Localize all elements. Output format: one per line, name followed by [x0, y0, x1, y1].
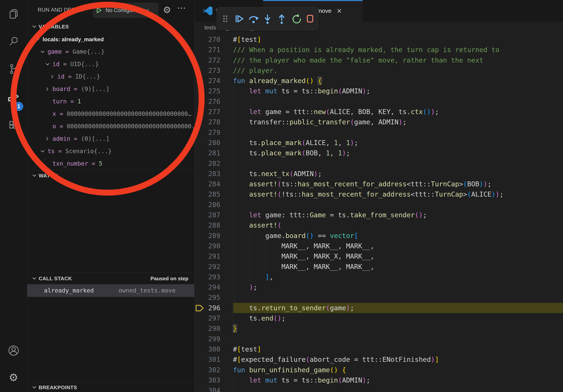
breakpoints-section-header[interactable]: BREAKPOINTS: [27, 383, 194, 392]
code-line-295[interactable]: 295: [194, 292, 563, 303]
continue-button[interactable]: [234, 13, 245, 25]
code-line-280[interactable]: 280 ts.place_mark(ALICE, 1, 1);: [194, 138, 563, 148]
code-line-274[interactable]: 274fun already_marked() {: [194, 76, 563, 86]
line-number[interactable]: 272: [194, 55, 220, 65]
code-line-300[interactable]: 300#[test]: [194, 344, 563, 354]
step-into-button[interactable]: [262, 13, 273, 25]
line-number[interactable]: 298: [194, 323, 220, 334]
line-number[interactable]: 282: [194, 158, 220, 169]
code-line-283[interactable]: 283 ts.next_tx(ADMIN);: [194, 169, 563, 179]
code-line-286[interactable]: 286: [194, 199, 563, 210]
variable-row-game[interactable]: game = Game{...}: [27, 45, 194, 58]
close-icon[interactable]: [336, 8, 343, 14]
activity-item-search[interactable]: [0, 28, 27, 55]
code-line-284[interactable]: 284 assert!(ts::has_most_recent_for_addr…: [194, 179, 563, 189]
line-number[interactable]: 288: [194, 220, 220, 230]
variable-row-admin[interactable]: admin = (0)[...]: [27, 132, 194, 145]
line-number[interactable]: 286: [194, 199, 220, 210]
code-line-291[interactable]: 291 MARK__, MARK_X, MARK__,: [194, 251, 563, 261]
code-line-281[interactable]: 281 ts.place_mark(BOB, 1, 1);: [194, 148, 563, 158]
line-number[interactable]: 277: [194, 107, 220, 117]
code-line-275[interactable]: 275 let mut ts = ts::begin(ADMIN);: [194, 86, 563, 96]
line-number[interactable]: 271: [194, 45, 220, 55]
line-number[interactable]: 294: [194, 282, 220, 292]
call-stack-section-header[interactable]: CALL STACK Paused on step: [27, 273, 194, 284]
code-line-287[interactable]: 287 let game: ttt::Game = ts.take_from_s…: [194, 210, 563, 220]
watch-section-header[interactable]: WATCH: [27, 170, 194, 181]
step-out-button[interactable]: [276, 13, 287, 25]
line-number[interactable]: 280: [194, 138, 220, 148]
line-number[interactable]: 279: [194, 127, 220, 138]
variable-row[interactable]: locals: already_marked: [27, 33, 194, 45]
line-number[interactable]: 287: [194, 210, 220, 220]
line-number[interactable]: 284: [194, 179, 220, 189]
debug-settings-gear-icon[interactable]: ⚙: [163, 5, 171, 14]
activity-item-extensions[interactable]: [0, 111, 27, 138]
step-over-button[interactable]: [248, 13, 259, 25]
line-number[interactable]: 292: [194, 261, 220, 272]
activity-item-settings[interactable]: ⚙: [0, 364, 27, 391]
variable-row-o[interactable]: o = 00000000000000000000000000000000000.: [27, 120, 194, 132]
code-line-293[interactable]: 293 ],: [194, 272, 563, 282]
line-number[interactable]: 283: [194, 169, 220, 179]
line-number[interactable]: 273: [194, 65, 220, 76]
line-number[interactable]: 289: [194, 231, 220, 241]
code-line-296[interactable]: 296 ts.return_to_sender(game);: [194, 303, 563, 313]
stack-frame[interactable]: already_markedowned_tests.move: [27, 284, 194, 297]
restart-button[interactable]: [290, 13, 301, 25]
code-line-297[interactable]: 297 ts.end();: [194, 313, 563, 323]
line-number[interactable]: 276: [194, 96, 220, 107]
stop-button[interactable]: [304, 13, 316, 25]
code-line-302[interactable]: 302fun burn_unfinished_game() {: [194, 365, 563, 375]
line-number[interactable]: 293: [194, 272, 220, 282]
code-line-270[interactable]: 270#[test]: [194, 34, 563, 45]
variable-row-id[interactable]: id = UID{...}: [27, 58, 194, 70]
code-line-285[interactable]: 285 assert!(!ts::has_most_recent_for_add…: [194, 189, 563, 199]
start-debug-icon[interactable]: [95, 7, 102, 14]
variable-row-ts[interactable]: ts = Scenario{...}: [27, 145, 194, 157]
line-number[interactable]: 299: [194, 334, 220, 344]
code-line-294[interactable]: 294 );: [194, 282, 563, 292]
code-line-278[interactable]: 278 transfer::public_transfer(game, ADMI…: [194, 117, 563, 127]
code-line-271[interactable]: 271/// When a position is already marked…: [194, 45, 563, 55]
line-number[interactable]: 290: [194, 241, 220, 251]
line-number[interactable]: 304: [194, 385, 220, 392]
code-line-292[interactable]: 292 MARK__, MARK__, MARK__,: [194, 261, 563, 272]
code-line-303[interactable]: 303 let mut ts = ts::begin(ADMIN);: [194, 375, 563, 385]
line-number[interactable]: 278: [194, 117, 220, 127]
code-line-290[interactable]: 290 MARK__, MARK__, MARK__,: [194, 241, 563, 251]
variable-row-x[interactable]: x = 0000000000000000000000000000000000…: [27, 108, 194, 120]
line-number[interactable]: 295: [194, 292, 220, 303]
code-editor[interactable]: 270#[test]271/// When a position is alre…: [194, 34, 563, 392]
code-line-282[interactable]: 282: [194, 158, 563, 169]
variable-row-turn[interactable]: turn = 1: [27, 95, 194, 108]
line-number[interactable]: 270: [194, 34, 220, 45]
code-line-298[interactable]: 298}: [194, 323, 563, 334]
variable-row-id[interactable]: id = ID{...}: [27, 70, 194, 83]
code-line-279[interactable]: 279: [194, 127, 563, 138]
activity-item-account[interactable]: [0, 337, 27, 364]
line-number[interactable]: 274: [194, 76, 220, 86]
line-number[interactable]: 300: [194, 344, 220, 354]
line-number[interactable]: 291: [194, 251, 220, 261]
code-line-289[interactable]: 289 game.board() == vector[: [194, 231, 563, 241]
line-number[interactable]: 297: [194, 313, 220, 323]
variables-section-header[interactable]: VARIABLES: [27, 21, 194, 32]
code-line-273[interactable]: 273/// player.: [194, 65, 563, 76]
code-line-276[interactable]: 276: [194, 96, 563, 107]
line-number[interactable]: 281: [194, 148, 220, 158]
code-line-272[interactable]: 272/// the player who made the "false" m…: [194, 55, 563, 65]
code-line-304[interactable]: 304: [194, 385, 563, 392]
activity-item-explorer[interactable]: [0, 0, 27, 28]
code-line-277[interactable]: 277 let game = ttt::new(ALICE, BOB, KEY,…: [194, 107, 563, 117]
activity-item-source-control[interactable]: [0, 55, 27, 83]
line-number[interactable]: 303: [194, 375, 220, 385]
variable-row-txn_number[interactable]: txn_number = 5: [27, 157, 194, 170]
breadcrumb-item[interactable]: tests: [204, 25, 216, 31]
line-number[interactable]: 285: [194, 189, 220, 199]
line-number[interactable]: 275: [194, 86, 220, 96]
line-number[interactable]: 301: [194, 354, 220, 365]
line-number[interactable]: 302: [194, 365, 220, 375]
code-line-299[interactable]: 299: [194, 334, 563, 344]
code-line-288[interactable]: 288 assert!(: [194, 220, 563, 230]
